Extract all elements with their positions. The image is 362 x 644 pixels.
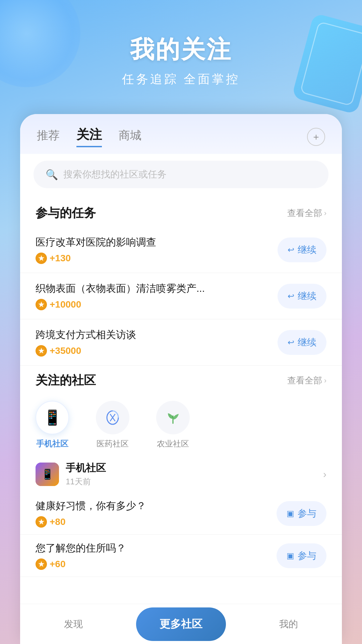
task-title: 跨境支付方式相关访谈 [36, 328, 278, 342]
community-tab-agriculture-label: 农业社区 [157, 438, 189, 449]
task-reward: ★ +10000 [36, 299, 278, 310]
task-info: 跨境支付方式相关访谈 ★ +35000 [36, 328, 278, 357]
join-icon: ▣ [287, 509, 294, 518]
task-info: 医疗改革对医院的影响调查 ★ +130 [36, 235, 278, 264]
nav-mine[interactable]: 我的 [265, 618, 312, 631]
task-reward: ★ +35000 [36, 345, 278, 357]
continue-button-0[interactable]: ↩ 继续 [278, 237, 326, 262]
star-icon: ★ [36, 299, 47, 310]
search-input[interactable]: 搜索你想找的社区或任务 [63, 168, 167, 181]
continue-icon: ↩ [288, 291, 294, 301]
scroll-content: 参与的任务 查看全部 › 医疗改革对医院的影响调查 ★ +130 ↩ 继续 [20, 198, 342, 644]
star-icon: ★ [36, 558, 47, 570]
task-reward: ★ +130 [36, 253, 278, 264]
community-tab-phone-label: 手机社区 [36, 438, 68, 449]
add-tab-button[interactable]: ＋ [307, 128, 325, 146]
community-icon-medicine [96, 401, 129, 434]
community-time: 11天前 [66, 476, 323, 487]
chevron-right-icon: › [324, 376, 326, 385]
community-tab-agriculture[interactable]: 农业社区 [156, 401, 190, 449]
community-icon-agriculture [156, 401, 190, 434]
star-icon: ★ [36, 345, 47, 357]
chevron-right-icon: › [323, 469, 326, 480]
community-icon-phone: 📱 [36, 401, 69, 434]
tab-bar: 推荐 关注 商城 ＋ [20, 114, 342, 154]
task-title: 医疗改革对医院的影响调查 [36, 235, 278, 249]
tab-recommend[interactable]: 推荐 [37, 128, 60, 146]
followed-communities-view-all[interactable]: 查看全部 › [287, 375, 326, 386]
join-button-1[interactable]: ▣ 参与 [277, 543, 326, 568]
community-avatar: 📱 [36, 463, 59, 486]
tab-follow[interactable]: 关注 [76, 126, 102, 147]
continue-icon: ↩ [288, 338, 294, 347]
followed-communities-title: 关注的社区 [36, 372, 96, 389]
star-icon: ★ [36, 516, 47, 528]
post-info: 您了解您的住所吗？ ★ +60 [36, 541, 277, 570]
community-name-group: 手机社区 11天前 [66, 461, 323, 487]
task-item: 医疗改革对医院的影响调查 ★ +130 ↩ 继续 [20, 227, 342, 273]
community-tabs: 📱 手机社区 医药社区 [20, 394, 342, 456]
active-community-header[interactable]: 📱 手机社区 11天前 › [20, 456, 342, 492]
search-icon: 🔍 [46, 169, 58, 180]
page-header: 我的关注 任务追踪 全面掌控 [0, 0, 362, 88]
star-icon: ★ [36, 253, 47, 264]
search-bar[interactable]: 🔍 搜索你想找的社区或任务 [34, 161, 328, 188]
post-title: 您了解您的住所吗？ [36, 541, 277, 555]
page-title: 我的关注 [0, 34, 362, 66]
community-post-item: 您了解您的住所吗？ ★ +60 ▣ 参与 [20, 535, 342, 577]
community-tab-phone[interactable]: 📱 手机社区 [36, 401, 69, 449]
continue-button-1[interactable]: ↩ 继续 [278, 284, 326, 309]
main-card: 推荐 关注 商城 ＋ 🔍 搜索你想找的社区或任务 参与的任务 查看全部 › 医疗… [20, 114, 342, 644]
continue-icon: ↩ [288, 245, 294, 255]
followed-communities-header: 关注的社区 查看全部 › [20, 366, 342, 394]
nav-mine-label: 我的 [279, 618, 298, 631]
join-button-0[interactable]: ▣ 参与 [277, 501, 326, 526]
community-tab-medicine[interactable]: 医药社区 [96, 401, 129, 449]
task-item: 织物表面（衣物表面）清洁喷雾类产... ★ +10000 ↩ 继续 [20, 273, 342, 319]
post-reward: ★ +80 [36, 516, 277, 528]
community-post-item: 健康好习惯，你有多少？ ★ +80 ▣ 参与 [20, 492, 342, 535]
participated-tasks-title: 参与的任务 [36, 205, 96, 221]
tab-shop[interactable]: 商城 [119, 128, 141, 146]
community-tab-medicine-label: 医药社区 [97, 438, 129, 449]
post-reward: ★ +60 [36, 558, 277, 570]
task-title: 织物表面（衣物表面）清洁喷雾类产... [36, 282, 278, 296]
post-info: 健康好习惯，你有多少？ ★ +80 [36, 499, 277, 528]
task-item: 跨境支付方式相关访谈 ★ +35000 ↩ 继续 [20, 319, 342, 366]
page-subtitle: 任务追踪 全面掌控 [0, 71, 362, 88]
bottom-nav: 发现 更多社区 我的 [20, 604, 342, 644]
continue-button-2[interactable]: ↩ 继续 [278, 330, 326, 355]
nav-discover[interactable]: 发现 [50, 618, 97, 631]
post-title: 健康好习惯，你有多少？ [36, 499, 277, 513]
participated-tasks-header: 参与的任务 查看全部 › [20, 198, 342, 227]
nav-more-community[interactable]: 更多社区 [136, 607, 226, 641]
join-icon: ▣ [287, 551, 294, 560]
community-name: 手机社区 [66, 461, 323, 475]
chevron-right-icon: › [324, 209, 326, 218]
nav-discover-label: 发现 [64, 618, 83, 631]
participated-tasks-view-all[interactable]: 查看全部 › [287, 207, 326, 219]
task-info: 织物表面（衣物表面）清洁喷雾类产... ★ +10000 [36, 282, 278, 310]
